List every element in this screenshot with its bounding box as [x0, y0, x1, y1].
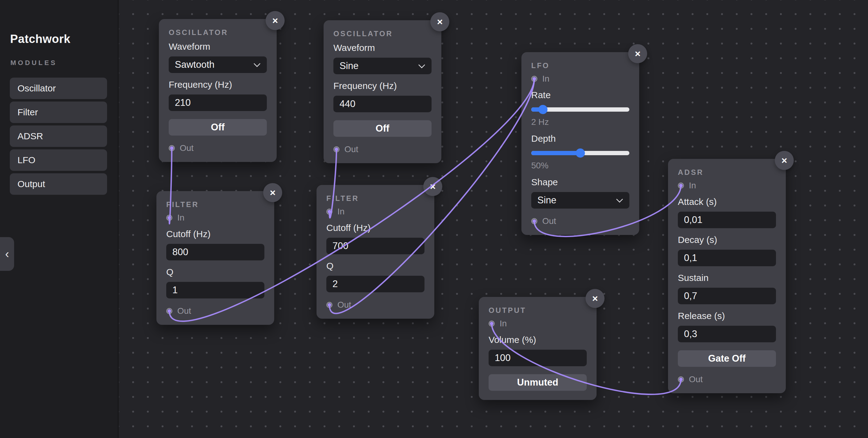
- node-oscillator-1[interactable]: × OSCILLATOR Waveform Sawtooth Frequency…: [159, 19, 277, 162]
- close-icon: ×: [592, 293, 598, 304]
- in-port[interactable]: [489, 320, 495, 327]
- sidebar-item-adsr[interactable]: ADSR: [10, 125, 107, 147]
- close-node-button[interactable]: ×: [263, 183, 282, 202]
- sidebar-collapse-button[interactable]: ‹: [0, 237, 14, 271]
- decay-input[interactable]: [678, 250, 776, 266]
- close-icon: ×: [430, 181, 436, 192]
- modules-heading: MODULES: [10, 59, 57, 67]
- node-title: OSCILLATOR: [169, 28, 267, 37]
- close-node-button[interactable]: ×: [775, 151, 794, 170]
- slider-thumb[interactable]: [576, 149, 585, 158]
- cutoff-input[interactable]: [327, 238, 425, 254]
- gate-toggle-button[interactable]: Gate Off: [678, 350, 776, 367]
- sustain-input[interactable]: [678, 288, 776, 304]
- in-port-label: In: [542, 74, 549, 84]
- in-port-label: In: [177, 213, 184, 223]
- frequency-label: Frequency (Hz): [169, 79, 267, 90]
- depth-slider[interactable]: [531, 149, 629, 158]
- slider-fill: [531, 151, 580, 155]
- out-port[interactable]: [678, 376, 684, 382]
- q-label: Q: [327, 260, 425, 272]
- q-input[interactable]: [327, 276, 425, 292]
- depth-label: Depth: [531, 133, 629, 144]
- rate-value: 2 Hz: [531, 117, 629, 127]
- frequency-input[interactable]: [333, 96, 432, 112]
- waveform-select[interactable]: Sawtooth: [169, 57, 267, 73]
- q-label: Q: [166, 267, 265, 278]
- close-icon: ×: [272, 15, 278, 26]
- close-node-button[interactable]: ×: [266, 11, 285, 30]
- node-output[interactable]: × OUTPUT In Volume (%) Unmuted: [479, 297, 596, 400]
- waveform-selected-value: Sine: [340, 60, 359, 71]
- node-lfo[interactable]: × LFO In Rate 2 Hz Depth 50% Shape Sine …: [521, 52, 639, 235]
- node-title: OUTPUT: [489, 306, 587, 315]
- node-oscillator-2[interactable]: × OSCILLATOR Waveform Sine Frequency (Hz…: [323, 20, 441, 163]
- in-port[interactable]: [531, 76, 537, 82]
- close-node-button[interactable]: ×: [586, 289, 604, 308]
- q-input[interactable]: [166, 282, 265, 299]
- slider-thumb[interactable]: [538, 105, 548, 114]
- cutoff-label: Cutoff (Hz): [327, 222, 425, 233]
- frequency-label: Frequency (Hz): [333, 81, 432, 91]
- out-port[interactable]: [327, 302, 333, 308]
- out-port[interactable]: [169, 145, 175, 151]
- close-icon: ×: [437, 16, 443, 28]
- waveform-selected-value: Sawtooth: [175, 59, 214, 70]
- volume-input[interactable]: [489, 350, 587, 366]
- release-input[interactable]: [678, 326, 776, 342]
- chevron-down-icon: [418, 61, 426, 68]
- frequency-input[interactable]: [169, 94, 267, 111]
- node-filter-2[interactable]: × FILTER In Cutoff (Hz) Q Out: [316, 185, 434, 319]
- waveform-label: Waveform: [169, 41, 267, 52]
- cutoff-label: Cutoff (Hz): [166, 228, 265, 240]
- volume-label: Volume (%): [489, 334, 587, 345]
- release-label: Release (s): [678, 310, 776, 321]
- chevron-down-icon: [616, 196, 623, 203]
- rate-label: Rate: [531, 90, 629, 101]
- mute-toggle-button[interactable]: Unmuted: [489, 374, 587, 391]
- out-port[interactable]: [333, 146, 340, 152]
- out-port-label: Out: [542, 216, 556, 226]
- out-port[interactable]: [531, 218, 537, 224]
- power-toggle-button[interactable]: Off: [169, 119, 267, 135]
- module-list: Oscillator Filter ADSR LFO Output: [10, 77, 107, 197]
- attack-input[interactable]: [678, 212, 776, 228]
- out-port[interactable]: [166, 308, 173, 314]
- close-node-button[interactable]: ×: [423, 177, 442, 196]
- shape-select[interactable]: Sine: [531, 192, 629, 209]
- in-port-label: In: [337, 207, 344, 217]
- sidebar: Patchwork MODULES Oscillator Filter ADSR…: [0, 0, 118, 438]
- node-filter-1[interactable]: × FILTER In Cutoff (Hz) Q Out: [156, 191, 274, 325]
- close-icon: ×: [781, 155, 787, 166]
- in-port-label: In: [500, 319, 507, 328]
- node-title: FILTER: [327, 194, 425, 203]
- rate-slider[interactable]: [531, 105, 629, 114]
- sidebar-item-oscillator[interactable]: Oscillator: [10, 77, 107, 99]
- in-port-label: In: [689, 181, 696, 190]
- out-port-label: Out: [689, 375, 703, 384]
- chevron-left-icon: ‹: [5, 248, 9, 260]
- out-port-label: Out: [180, 143, 193, 153]
- in-port[interactable]: [327, 209, 333, 215]
- out-port-label: Out: [177, 306, 191, 316]
- node-adsr[interactable]: × ADSR In Attack (s) Decay (s) Sustain R…: [668, 159, 786, 393]
- close-icon: ×: [270, 187, 276, 198]
- in-port[interactable]: [678, 183, 684, 189]
- close-icon: ×: [635, 48, 641, 60]
- in-port[interactable]: [166, 215, 173, 221]
- depth-value: 50%: [531, 161, 629, 170]
- power-toggle-button[interactable]: Off: [333, 120, 432, 137]
- sidebar-item-filter[interactable]: Filter: [10, 101, 107, 123]
- cutoff-input[interactable]: [166, 244, 265, 260]
- sidebar-item-lfo[interactable]: LFO: [10, 149, 107, 171]
- close-node-button[interactable]: ×: [628, 44, 647, 63]
- waveform-label: Waveform: [333, 42, 432, 53]
- shape-label: Shape: [531, 177, 629, 188]
- node-title: OSCILLATOR: [333, 29, 432, 38]
- waveform-select[interactable]: Sine: [333, 58, 432, 74]
- decay-label: Decay (s): [678, 234, 776, 245]
- close-node-button[interactable]: ×: [430, 12, 450, 31]
- chevron-down-icon: [254, 60, 261, 67]
- out-port-label: Out: [344, 145, 358, 154]
- sidebar-item-output[interactable]: Output: [10, 173, 107, 195]
